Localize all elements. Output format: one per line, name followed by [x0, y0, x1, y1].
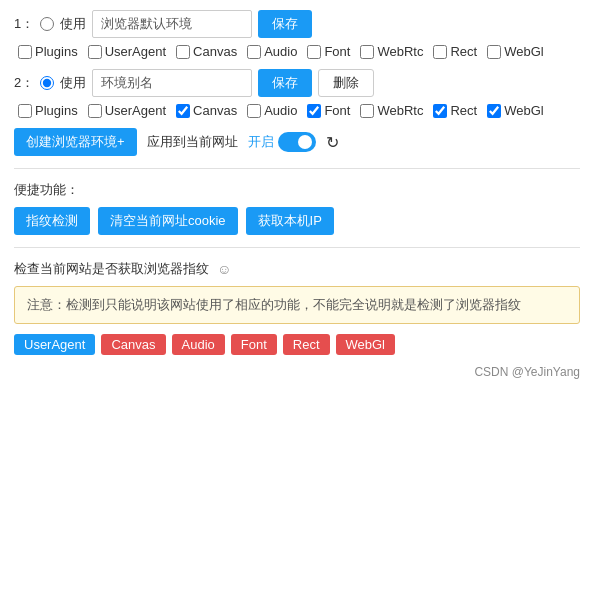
env1-font-label: Font: [324, 44, 350, 59]
toggle-wrapper: 开启: [248, 132, 316, 152]
env1-num: 1：: [14, 15, 34, 33]
env2-font-label: Font: [324, 103, 350, 118]
env1-webrtc-label: WebRtc: [377, 44, 423, 59]
env1-radio[interactable]: [40, 17, 54, 31]
footer-credit: CSDN @YeJinYang: [14, 365, 580, 379]
env1-useragent-checkbox[interactable]: [88, 45, 102, 59]
env2-rect: Rect: [433, 103, 477, 118]
env2-canvas-checkbox[interactable]: [176, 104, 190, 118]
create-env-button[interactable]: 创建浏览器环境+: [14, 128, 137, 156]
env1-audio-label: Audio: [264, 44, 297, 59]
env1-checkboxes: Plugins UserAgent Canvas Audio Font WebR…: [14, 44, 580, 59]
env2-useragent-label: UserAgent: [105, 103, 166, 118]
divider1: [14, 168, 580, 169]
tag-canvas: Canvas: [101, 334, 165, 355]
env2-plugins-checkbox[interactable]: [18, 104, 32, 118]
env1-section: 1： 使用 保存 Plugins UserAgent Canvas Audio …: [14, 10, 580, 59]
env2-rect-checkbox[interactable]: [433, 104, 447, 118]
env1-useragent-label: UserAgent: [105, 44, 166, 59]
clear-cookie-button[interactable]: 清空当前网址cookie: [98, 207, 238, 235]
env2-canvas-label: Canvas: [193, 103, 237, 118]
env1-use-label: 使用: [60, 15, 86, 33]
env2-radio[interactable]: [40, 76, 54, 90]
env1-rect: Rect: [433, 44, 477, 59]
env2-delete-button[interactable]: 删除: [318, 69, 374, 97]
smile-icon: ☺: [217, 261, 231, 277]
env1-font: Font: [307, 44, 350, 59]
env2-webrtc-checkbox[interactable]: [360, 104, 374, 118]
env1-rect-label: Rect: [450, 44, 477, 59]
env2-font-checkbox[interactable]: [307, 104, 321, 118]
env1-plugins-label: Plugins: [35, 44, 78, 59]
env1-webgl: WebGl: [487, 44, 544, 59]
env2-webrtc: WebRtc: [360, 103, 423, 118]
env1-plugins: Plugins: [18, 44, 78, 59]
toggle-label: 开启: [248, 133, 274, 151]
quick-section: 便捷功能： 指纹检测 清空当前网址cookie 获取本机IP: [14, 181, 580, 235]
tag-webgl: WebGl: [336, 334, 396, 355]
env1-webgl-label: WebGl: [504, 44, 544, 59]
tag-rect: Rect: [283, 334, 330, 355]
tag-audio: Audio: [172, 334, 225, 355]
env2-audio-label: Audio: [264, 103, 297, 118]
env1-input[interactable]: [92, 10, 252, 38]
env2-plugins: Plugins: [18, 103, 78, 118]
tags-row: UserAgent Canvas Audio Font Rect WebGl: [14, 334, 580, 355]
env1-canvas-label: Canvas: [193, 44, 237, 59]
quick-row: 指纹检测 清空当前网址cookie 获取本机IP: [14, 207, 580, 235]
env2-checkboxes: Plugins UserAgent Canvas Audio Font WebR…: [14, 103, 580, 118]
warning-box: 注意：检测到只能说明该网站使用了相应的功能，不能完全说明就是检测了浏览器指纹: [14, 286, 580, 324]
env2-audio: Audio: [247, 103, 297, 118]
env1-webrtc: WebRtc: [360, 44, 423, 59]
env2-webgl-checkbox[interactable]: [487, 104, 501, 118]
env2-useragent-checkbox[interactable]: [88, 104, 102, 118]
fp-title: 检查当前网站是否获取浏览器指纹: [14, 260, 209, 278]
env1-canvas-checkbox[interactable]: [176, 45, 190, 59]
fingerprint-detect-button[interactable]: 指纹检测: [14, 207, 90, 235]
env1-audio-checkbox[interactable]: [247, 45, 261, 59]
toggle-switch[interactable]: [278, 132, 316, 152]
env2-webrtc-label: WebRtc: [377, 103, 423, 118]
env2-save-button[interactable]: 保存: [258, 69, 312, 97]
tag-useragent: UserAgent: [14, 334, 95, 355]
env1-canvas: Canvas: [176, 44, 237, 59]
env1-audio: Audio: [247, 44, 297, 59]
tag-font: Font: [231, 334, 277, 355]
env2-webgl: WebGl: [487, 103, 544, 118]
fp-title-row: 检查当前网站是否获取浏览器指纹 ☺: [14, 260, 580, 278]
env2-plugins-label: Plugins: [35, 103, 78, 118]
env2-canvas: Canvas: [176, 103, 237, 118]
env1-webgl-checkbox[interactable]: [487, 45, 501, 59]
get-ip-button[interactable]: 获取本机IP: [246, 207, 334, 235]
env1-save-button[interactable]: 保存: [258, 10, 312, 38]
env2-audio-checkbox[interactable]: [247, 104, 261, 118]
fingerprint-section: 检查当前网站是否获取浏览器指纹 ☺ 注意：检测到只能说明该网站使用了相应的功能，…: [14, 260, 580, 355]
env1-webrtc-checkbox[interactable]: [360, 45, 374, 59]
env2-row: 2： 使用 保存 删除: [14, 69, 580, 97]
action-row: 创建浏览器环境+ 应用到当前网址 开启 ↻: [14, 128, 580, 156]
apply-label: 应用到当前网址: [147, 133, 238, 151]
env2-font: Font: [307, 103, 350, 118]
env1-plugins-checkbox[interactable]: [18, 45, 32, 59]
env2-input[interactable]: [92, 69, 252, 97]
env2-section: 2： 使用 保存 删除 Plugins UserAgent Canvas Aud…: [14, 69, 580, 118]
env2-webgl-label: WebGl: [504, 103, 544, 118]
env2-use-label: 使用: [60, 74, 86, 92]
env1-useragent: UserAgent: [88, 44, 166, 59]
env2-num: 2：: [14, 74, 34, 92]
env2-useragent: UserAgent: [88, 103, 166, 118]
divider2: [14, 247, 580, 248]
toggle-slider: [278, 132, 316, 152]
quick-title: 便捷功能：: [14, 181, 580, 199]
reload-button[interactable]: ↻: [326, 133, 339, 152]
env1-rect-checkbox[interactable]: [433, 45, 447, 59]
env1-font-checkbox[interactable]: [307, 45, 321, 59]
env1-row: 1： 使用 保存: [14, 10, 580, 38]
env2-rect-label: Rect: [450, 103, 477, 118]
